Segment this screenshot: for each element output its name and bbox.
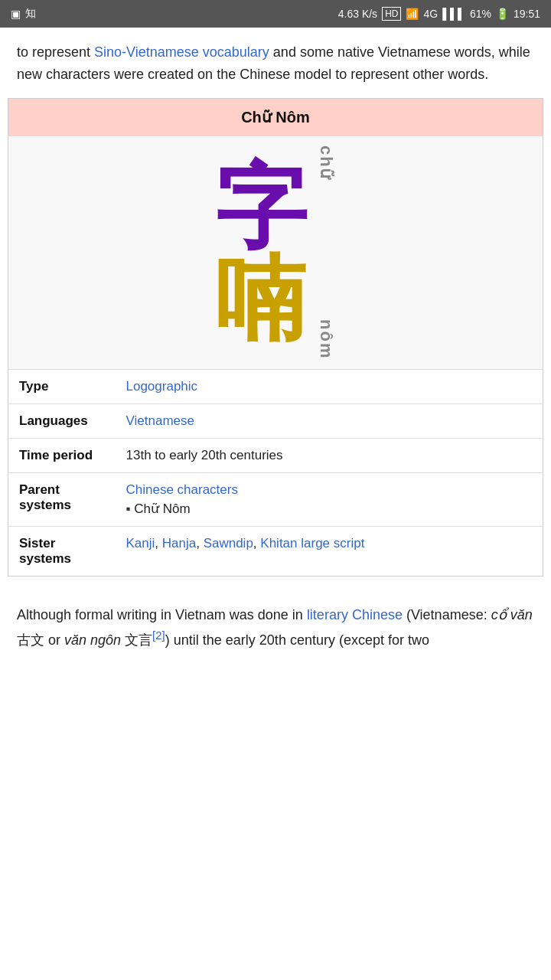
footnote-2[interactable]: [2] — [152, 629, 165, 642]
status-right: 4.63 K/s HD 📶 4G ▌▌▌ 61% 🔋 19:51 — [338, 7, 540, 21]
sister-label: Sister systems — [8, 526, 116, 576]
sister-value: Kanji, Hanja, Sawndip, Khitan large scri… — [116, 526, 543, 576]
type-value: Logographic — [116, 369, 543, 403]
languages-value: Vietnamese — [116, 403, 543, 438]
khitan-link[interactable]: Khitan large script — [260, 536, 364, 550]
infobox-title-row: Chữ Nôm — [8, 98, 543, 136]
chinese-characters-link[interactable]: Chinese characters — [126, 482, 238, 497]
article-intro: to represent Sino-Vietnamese vocabulary … — [0, 28, 551, 86]
languages-label: Languages — [8, 403, 116, 438]
label-chu: chữ — [316, 145, 336, 181]
infobox-table: Chữ Nôm 字 喃 chữ nôm — [8, 98, 543, 577]
type-label: Type — [8, 369, 116, 403]
infobox-wrapper: Chữ Nôm 字 喃 chữ nôm — [0, 98, 551, 577]
parent-sub-list: Chữ Nôm — [126, 501, 533, 517]
literary-chinese-link[interactable]: literary Chinese — [307, 607, 403, 622]
bottom-chinese-1: 古文 or — [17, 632, 64, 648]
infobox-image-cell: 字 喃 chữ nôm — [8, 136, 543, 369]
hanja-link[interactable]: Hanja — [162, 536, 196, 550]
infobox-title: Chữ Nôm — [8, 98, 543, 136]
time-label: Time period — [8, 438, 116, 472]
status-bar: ▣ 知 4.63 K/s HD 📶 4G ▌▌▌ 61% 🔋 19:51 — [0, 0, 551, 28]
bottom-text-2: (Vietnamese: — [403, 607, 491, 622]
character-display: 字 喃 chữ nôm — [215, 145, 336, 360]
infobox-type-row: Type Logographic — [8, 369, 543, 403]
intro-paragraph: to represent Sino-Vietnamese vocabulary … — [17, 41, 534, 86]
clock: 19:51 — [514, 8, 540, 20]
sino-vietnamese-link[interactable]: Sino-Vietnamese vocabulary — [94, 44, 269, 60]
infobox-parent-row: Parent systems Chinese characters Chữ Nô… — [8, 472, 543, 526]
speed-indicator: 4.63 K/s — [338, 8, 377, 20]
logographic-link[interactable]: Logographic — [126, 379, 198, 394]
battery-percent: 61% — [470, 8, 491, 20]
intro-text-before: to represent — [17, 44, 94, 60]
chu-nom-characters: 字 喃 — [215, 161, 307, 345]
infobox-image-row: 字 喃 chữ nôm — [8, 136, 543, 369]
parent-sub-item: Chữ Nôm — [126, 501, 533, 517]
infobox-sister-row: Sister systems Kanji, Hanja, Sawndip, Kh… — [8, 526, 543, 576]
infobox-languages-row: Languages Vietnamese — [8, 403, 543, 438]
article-bottom: Although formal writing in Vietnam was d… — [0, 590, 551, 660]
bottom-text-1: Although formal writing in Vietnam was d… — [17, 607, 307, 622]
hd-badge: HD — [382, 7, 401, 21]
vietnamese-link[interactable]: Vietnamese — [126, 413, 194, 428]
co-van-italic: cổ văn — [491, 607, 533, 622]
bottom-text-3: ) until the early 20th century (except f… — [165, 632, 429, 648]
battery-icon: 🔋 — [496, 8, 509, 20]
van-ngon-italic: văn ngôn — [64, 632, 121, 648]
parent-label: Parent systems — [8, 472, 116, 526]
kanji-link[interactable]: Kanji — [126, 536, 155, 550]
time-value: 13th to early 20th centuries — [116, 438, 543, 472]
wifi-icon: 📶 — [406, 8, 419, 20]
sim-icon: ▣ — [11, 8, 21, 20]
parent-value: Chinese characters Chữ Nôm — [116, 472, 543, 526]
char-purple: 字 — [215, 161, 307, 253]
bottom-ref-text: 文言 — [121, 632, 152, 648]
signal-icon: ▌▌▌ — [442, 8, 465, 20]
label-nom: nôm — [316, 319, 336, 359]
status-app-label: 知 — [25, 7, 36, 21]
sawndip-link[interactable]: Sawndip — [204, 536, 253, 550]
network-type: 4G — [423, 8, 438, 20]
bottom-paragraph: Although formal writing in Vietnam was d… — [17, 604, 534, 652]
infobox-time-row: Time period 13th to early 20th centuries — [8, 438, 543, 472]
rotated-labels: chữ nôm — [313, 145, 336, 360]
status-left: ▣ 知 — [11, 7, 36, 21]
char-yellow: 喃 — [215, 253, 307, 345]
